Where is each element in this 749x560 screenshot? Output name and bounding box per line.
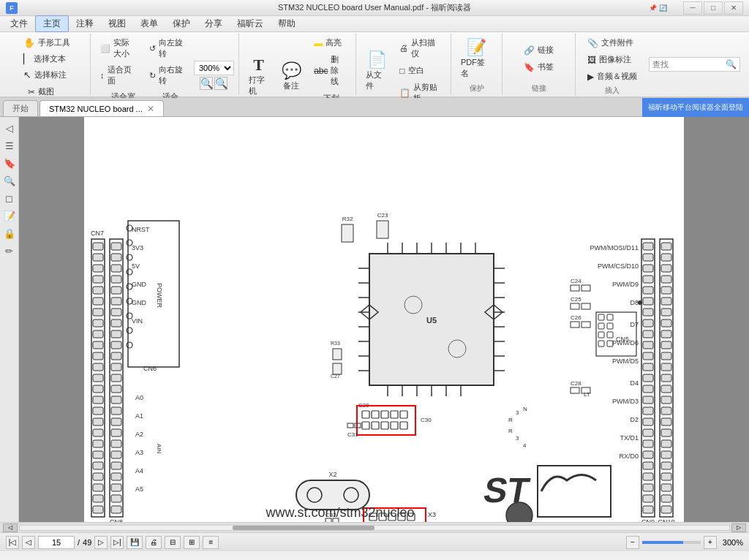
svg-text:C23: C23: [377, 212, 388, 219]
pdf-page: CN7: [84, 117, 684, 522]
next-page-button[interactable]: ▷: [94, 536, 108, 549]
bookmark-button[interactable]: 🔖 书签: [519, 59, 559, 75]
svg-text:R32: R32: [342, 216, 353, 222]
last-page-button[interactable]: ▷|: [110, 536, 124, 549]
svg-rect-8: [93, 309, 103, 316]
ribbon: ✋ 手形工具 ▏ 选择文本 ↖ 选择标注 ✂ 截图 📋 剪贴板 工具: [0, 32, 749, 98]
svg-text:D7: D7: [630, 321, 639, 328]
page-input[interactable]: [38, 536, 75, 549]
svg-text:RX/D0: RX/D0: [619, 453, 639, 460]
zoom-out-icon[interactable]: 🔍: [200, 77, 213, 90]
close-button[interactable]: ✕: [724, 1, 743, 15]
view-mode-3-button[interactable]: ≡: [203, 536, 219, 549]
scroll-right-button[interactable]: ▷: [731, 523, 746, 532]
cn9-connector: CN9: [641, 239, 655, 522]
zoom-select[interactable]: 300% 200% 150% 100% 75%: [194, 61, 234, 75]
menu-tool-button[interactable]: ☰: [1, 137, 18, 154]
link-button[interactable]: 🔗 链接: [519, 42, 559, 58]
save-page-button[interactable]: 💾: [127, 536, 143, 549]
menu-help[interactable]: 帮助: [271, 16, 303, 31]
menu-comment[interactable]: 注释: [69, 16, 101, 31]
audio-video-button[interactable]: ▶ 音频＆视频: [582, 69, 642, 84]
bookmarks-tool-button[interactable]: 🔖: [1, 155, 18, 171]
select-annotation-button[interactable]: ↖ 选择标注: [18, 67, 72, 83]
svg-rect-12: [93, 352, 103, 360]
close-tab-icon[interactable]: ✕: [147, 104, 154, 114]
svg-rect-37: [111, 330, 121, 338]
layers-tool-button[interactable]: ◻: [1, 190, 18, 206]
from-scanner-button[interactable]: 🖨 从扫描仪: [394, 35, 446, 61]
svg-rect-114: [661, 309, 671, 316]
highlight-button[interactable]: ▬ 高亮: [309, 35, 351, 50]
ribbon-group-insert: 📎 文件附件 🖼 图像标注 ▶ 音频＆视频 插入: [576, 34, 649, 95]
svg-rect-91: [643, 352, 653, 360]
menu-view[interactable]: 视图: [101, 16, 133, 31]
insert-group-label: 插入: [605, 84, 620, 96]
zoom-in-button[interactable]: +: [704, 536, 717, 549]
total-pages: 49: [83, 538, 91, 547]
strikethrough-button[interactable]: abc 删除线: [309, 52, 351, 89]
view-mode-2-button[interactable]: ⊞: [184, 536, 200, 549]
tab-document[interactable]: STM32 NUCLEO board ... ✕: [39, 100, 164, 116]
zoom-slider[interactable]: [642, 541, 701, 544]
horizontal-scrollbar[interactable]: ◁ ▷: [0, 522, 749, 532]
menu-protect[interactable]: 保护: [165, 16, 197, 31]
search-tool-button[interactable]: 🔍: [1, 173, 18, 189]
menu-form[interactable]: 表单: [133, 16, 165, 31]
scroll-left-button[interactable]: ◁: [3, 523, 18, 532]
zoom-in-icon[interactable]: 🔍: [214, 77, 227, 90]
svg-rect-52: [111, 495, 121, 502]
menu-share[interactable]: 分享: [197, 16, 230, 31]
menu-file[interactable]: 文件: [3, 16, 35, 31]
collapse-button[interactable]: ◁: [1, 120, 18, 136]
svg-rect-45: [111, 418, 121, 425]
hand-tool-button[interactable]: ✋ 手形工具: [18, 35, 75, 50]
minimize-button[interactable]: ─: [683, 1, 702, 15]
comments-tool-button[interactable]: 📝: [1, 208, 18, 224]
search-input[interactable]: [652, 60, 726, 69]
note-button[interactable]: 💬 备注: [276, 58, 306, 94]
window-controls[interactable]: 📌 🔄 ─ □ ✕: [649, 1, 743, 15]
pcb-diagram: CN7: [84, 117, 684, 522]
ribbon-group-view: ⬜ 实际大小 ↕ 适合页面 ↔ 适合宽度 ↺ 向左旋转 ↻: [91, 34, 239, 95]
tab-start[interactable]: 开始: [3, 100, 38, 116]
first-page-button[interactable]: |◁: [6, 536, 19, 549]
search-bar[interactable]: 🔍: [649, 57, 740, 72]
fit-page-button[interactable]: ↕ 适合页面: [95, 62, 141, 88]
svg-rect-85: [643, 287, 653, 294]
pdf-sign-button[interactable]: 📝 PDF签名: [456, 35, 497, 82]
prev-page-button[interactable]: ◁: [22, 536, 35, 549]
status-bar: |◁ ◁ / 49 ▷ ▷| 💾 🖨 ⊟ ⊞ ≡ − + 300%: [0, 532, 749, 551]
svg-rect-131: [661, 495, 671, 502]
from-file-button[interactable]: 📄 从文件: [361, 48, 393, 94]
svg-rect-18: [93, 418, 103, 425]
svg-rect-9: [93, 319, 103, 327]
select-text-button[interactable]: ▏ 选择文本: [18, 51, 71, 67]
screenshot-button[interactable]: ✂ 截图: [23, 84, 59, 99]
zoom-out-button[interactable]: −: [626, 536, 639, 549]
menu-cloud[interactable]: 福昕云: [230, 16, 271, 31]
svg-text:C27: C27: [331, 374, 340, 379]
file-attachment-button[interactable]: 📎 文件附件: [582, 35, 642, 50]
menu-home[interactable]: 主页: [35, 15, 69, 32]
search-area: 🔍: [649, 34, 746, 95]
rotate-right-button[interactable]: ↻ 向右旋转: [144, 62, 190, 88]
tab-notification: 福昕移动平台阅读器全面登陆: [642, 98, 749, 117]
typewriter-button[interactable]: T 打字机: [244, 53, 274, 99]
view-mode-1-button[interactable]: ⊟: [165, 536, 181, 549]
zoom-slider-fill: [642, 541, 683, 544]
security-tool-button[interactable]: 🔒: [1, 225, 18, 241]
scrollbar-track[interactable]: [19, 525, 730, 531]
rotate-left-button[interactable]: ↺ 向左旋转: [144, 35, 190, 61]
blank-button[interactable]: □ 空白: [394, 63, 446, 78]
maximize-button[interactable]: □: [704, 1, 723, 15]
search-icon[interactable]: 🔍: [726, 59, 737, 69]
svg-rect-41: [111, 374, 121, 382]
svg-rect-13: [93, 363, 103, 371]
actual-size-button[interactable]: ⬜ 实际大小: [95, 35, 141, 61]
scrollbar-thumb[interactable]: [233, 526, 374, 530]
svg-text:C31: C31: [347, 431, 358, 438]
image-annotation-button[interactable]: 🖼 图像标注: [582, 52, 642, 67]
edit-tool-button[interactable]: ✏: [1, 243, 18, 259]
print-page-button[interactable]: 🖨: [146, 536, 162, 549]
